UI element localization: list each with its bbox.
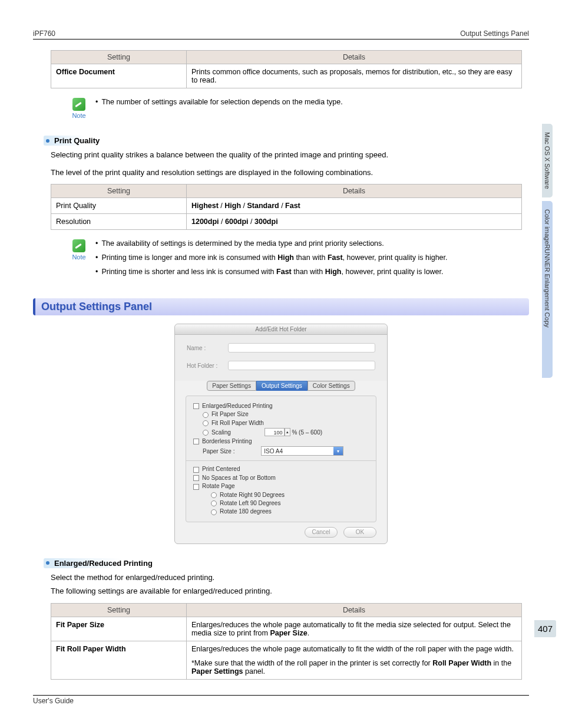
td-pq: Print Quality xyxy=(51,198,187,214)
td-fit-roll: Fit Roll Paper Width xyxy=(51,641,187,679)
ok-button[interactable]: OK xyxy=(343,527,376,538)
note-label: Note xyxy=(72,253,85,261)
para-er-1: Select the method for enlarged/reduced p… xyxy=(51,572,529,584)
chk-borderless[interactable] xyxy=(193,439,199,444)
td-fit-paper-details: Enlarges/reduces the whole page automati… xyxy=(187,617,522,641)
chk-enlarged-label: Enlarged/Reduced Printing xyxy=(202,403,273,409)
td-res-details: 1200dpi / 600dpi / 300dpi xyxy=(187,214,522,230)
note-icon xyxy=(72,239,85,252)
chk-centered-label: Print Centered xyxy=(202,466,240,472)
paper-size-value: ISO A4 xyxy=(264,448,283,454)
table-print-quality: SettingDetails Print Quality Highest / H… xyxy=(51,184,522,230)
rad-fit-paper-label: Fit Paper Size xyxy=(211,411,249,417)
page-header: iPF760 Output Settings Panel xyxy=(33,29,529,39)
para-pq-2: The level of the print quality and resol… xyxy=(51,167,529,179)
name-field[interactable] xyxy=(228,343,375,353)
heading-label: Enlarged/Reduced Printing xyxy=(54,559,153,568)
th-details: Details xyxy=(187,185,522,198)
bullet-icon xyxy=(46,561,49,565)
rad-l90[interactable] xyxy=(211,500,217,506)
tabs: Paper Settings Output Settings Color Set… xyxy=(187,381,375,391)
scaling-stepper[interactable]: 100▴ xyxy=(265,428,290,436)
stepper-arrows-icon[interactable]: ▴ xyxy=(285,428,290,436)
header-right: Output Settings Panel xyxy=(460,29,529,38)
heading-enlarged-reduced: Enlarged/Reduced Printing xyxy=(44,558,155,568)
panel-title: Output Settings Panel xyxy=(33,298,529,315)
chk-borderless-label: Borderless Printing xyxy=(202,438,252,444)
chk-nospaces[interactable] xyxy=(193,475,199,481)
scaling-value[interactable]: 100 xyxy=(265,428,285,436)
th-setting: Setting xyxy=(51,603,187,617)
th-details: Details xyxy=(187,603,522,617)
dialog-add-edit-hot-folder: Add/Edit Hot Folder Name : Hot Folder : … xyxy=(174,324,388,544)
note-icon xyxy=(72,98,85,111)
note-block-1: Note The number of settings available fo… xyxy=(68,98,529,119)
dialog-titlebar: Add/Edit Hot Folder xyxy=(175,324,387,335)
td-office-doc: Office Document xyxy=(51,64,187,88)
rad-l90-label: Rotate Left 90 Degrees xyxy=(220,500,280,506)
heading-print-quality: Print Quality xyxy=(44,136,102,146)
hotfolder-field[interactable] xyxy=(228,361,375,370)
table-office-document: SettingDetails Office Document Prints co… xyxy=(51,50,522,88)
cancel-button[interactable]: Cancel xyxy=(305,527,338,538)
hotfolder-label: Hot Folder : xyxy=(187,363,228,369)
rad-scaling-label: Scaling xyxy=(211,429,231,436)
td-res: Resolution xyxy=(51,214,187,230)
rad-fit-roll[interactable] xyxy=(203,420,209,426)
paper-size-label: Paper Size : xyxy=(203,448,234,454)
para-pq-1: Selecting print quality strikes a balanc… xyxy=(51,149,529,161)
dropdown-arrow-icon: ▾ xyxy=(333,447,343,455)
heading-label: Print Quality xyxy=(54,136,100,145)
td-fit-roll-details: Enlarges/reduces the whole page automati… xyxy=(187,641,522,679)
rad-r90[interactable] xyxy=(211,492,217,498)
bullet-icon xyxy=(46,139,49,143)
th-details: Details xyxy=(187,51,522,64)
footer-left: User's Guide xyxy=(33,697,74,705)
note2-line2: Printing time is longer and more ink is … xyxy=(95,253,529,262)
page-footer: User's Guide xyxy=(33,695,529,705)
note-block-2: Note The availability of settings is det… xyxy=(68,239,529,282)
rad-fit-paper[interactable] xyxy=(203,412,209,418)
scaling-suffix: % (5 – 600) xyxy=(292,429,322,436)
rad-fit-roll-label: Fit Roll Paper Width xyxy=(211,420,264,426)
name-label: Name : xyxy=(187,345,228,351)
tab-paper-settings[interactable]: Paper Settings xyxy=(207,381,256,391)
paper-size-select[interactable]: ISO A4▾ xyxy=(261,446,343,456)
note-label: Note xyxy=(72,112,85,119)
tab-color-settings[interactable]: Color Settings xyxy=(308,381,355,391)
header-left: iPF760 xyxy=(33,29,55,38)
note2-line3: Printing time is shorter and less ink is… xyxy=(95,268,529,276)
chk-rotate[interactable] xyxy=(193,484,199,490)
td-office-doc-details: Prints common office documents, such as … xyxy=(187,64,522,88)
th-setting: Setting xyxy=(51,185,187,198)
note2-line1: The availability of settings is determin… xyxy=(95,239,529,248)
td-pq-details: Highest / High / Standard / Fast xyxy=(187,198,522,214)
para-er-2: The following settings are available for… xyxy=(51,585,529,597)
chk-enlarged[interactable] xyxy=(193,403,199,409)
table-enlarged-reduced: SettingDetails Fit Paper Size Enlarges/r… xyxy=(51,603,522,680)
rad-180-label: Rotate 180 degrees xyxy=(220,508,272,515)
chk-nospaces-label: No Spaces at Top or Bottom xyxy=(202,475,276,481)
th-setting: Setting xyxy=(51,51,187,64)
tab-output-settings[interactable]: Output Settings xyxy=(256,381,308,391)
chk-centered[interactable] xyxy=(193,467,199,473)
chk-rotate-label: Rotate Page xyxy=(202,483,235,489)
rad-r90-label: Rotate Right 90 Degrees xyxy=(220,492,285,498)
note1-line1: The number of settings available for sel… xyxy=(95,98,529,106)
rad-scaling[interactable] xyxy=(203,430,209,436)
td-fit-paper: Fit Paper Size xyxy=(51,617,187,641)
rad-180[interactable] xyxy=(211,509,217,515)
